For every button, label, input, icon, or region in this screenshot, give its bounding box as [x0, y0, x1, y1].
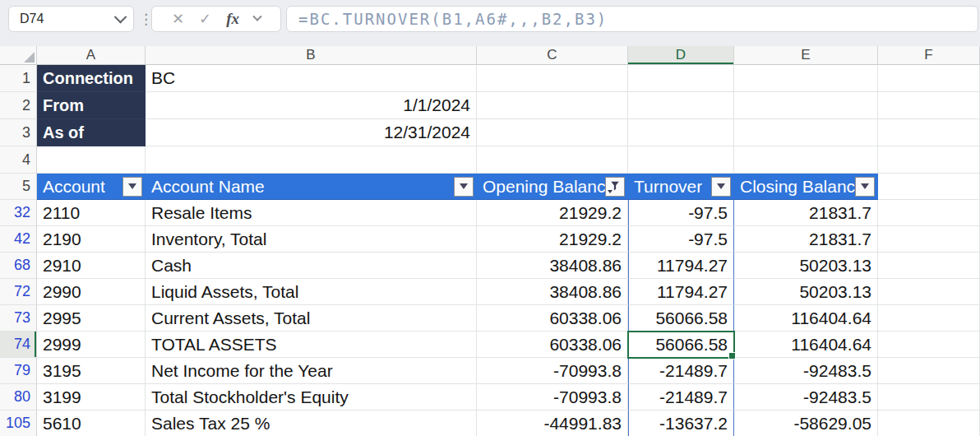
cell-E1[interactable] [734, 65, 878, 92]
cell-E105[interactable]: -58629.05 [734, 410, 878, 436]
filter-button-closing-balance[interactable] [855, 177, 875, 197]
cell-C3[interactable] [477, 119, 628, 146]
row-header-32[interactable]: 32 [0, 200, 37, 226]
table-header-account-name[interactable]: Account Name [146, 174, 477, 200]
cell-F1[interactable] [878, 65, 980, 92]
row-header-4[interactable]: 4 [0, 146, 37, 174]
cell-A68[interactable]: 2910 [37, 253, 146, 279]
cell-A3[interactable]: As of [37, 119, 146, 146]
row-header-2[interactable]: 2 [0, 92, 37, 119]
cell-F32[interactable] [878, 200, 980, 226]
cell-D32[interactable]: -97.5 [628, 200, 734, 226]
row-header-74[interactable]: 74 [0, 332, 37, 358]
cell-E74[interactable]: 116404.64 [734, 332, 878, 358]
cell-A80[interactable]: 3199 [37, 384, 146, 410]
cell-B79[interactable]: Net Income for the Year [146, 358, 477, 384]
cell-E68[interactable]: 50203.13 [734, 253, 878, 279]
cell-A1[interactable]: Connection [37, 65, 146, 92]
cell-E73[interactable]: 116404.64 [734, 305, 878, 332]
cell-D80[interactable]: -21489.7 [628, 384, 734, 410]
cell-F105[interactable] [878, 410, 980, 436]
cell-A73[interactable]: 2995 [37, 305, 146, 332]
cell-D105[interactable]: -13637.2 [628, 410, 734, 436]
formula-input[interactable]: =BC.TURNOVER(B1,A6#,,,B2,B3) [286, 6, 978, 32]
column-header-B[interactable]: B [146, 46, 477, 65]
column-header-D[interactable]: D [628, 46, 734, 65]
cell-E3[interactable] [734, 119, 878, 146]
cell-E32[interactable]: 21831.7 [734, 200, 878, 226]
cell-A72[interactable]: 2990 [37, 279, 146, 305]
fill-handle[interactable] [728, 352, 736, 359]
row-header-68[interactable]: 68 [0, 253, 37, 279]
cell-E4[interactable] [734, 146, 878, 174]
cell-B4[interactable] [146, 146, 477, 174]
cell-B80[interactable]: Total Stockholder's Equity [146, 384, 477, 410]
cell-F72[interactable] [878, 279, 980, 305]
chevron-down-icon[interactable] [114, 10, 127, 23]
cell-E42[interactable]: 21831.7 [734, 226, 878, 253]
select-all-corner[interactable] [0, 46, 37, 65]
row-header-105[interactable]: 105 [0, 410, 37, 436]
cell-B74[interactable]: TOTAL ASSETS [146, 332, 477, 358]
cancel-icon[interactable]: ✕ [172, 12, 184, 26]
cell-F80[interactable] [878, 384, 980, 410]
filter-button-account-name[interactable] [454, 177, 474, 197]
cell-B73[interactable]: Current Assets, Total [146, 305, 477, 332]
table-header-turnover[interactable]: Turnover [628, 174, 734, 200]
cell-F73[interactable] [878, 305, 980, 332]
cell-D2[interactable] [628, 92, 734, 119]
filter-button-account[interactable] [122, 177, 142, 197]
insert-function-icon[interactable]: fx [226, 10, 239, 28]
cell-E2[interactable] [734, 92, 878, 119]
cell-F42[interactable] [878, 226, 980, 253]
filter-button-turnover[interactable] [711, 177, 731, 197]
column-header-A[interactable]: A [37, 46, 146, 65]
cell-D42[interactable]: -97.5 [628, 226, 734, 253]
cell-D79[interactable]: -21489.7 [628, 358, 734, 384]
row-header-72[interactable]: 72 [0, 279, 37, 305]
cell-C68[interactable]: 38408.86 [477, 253, 628, 279]
cell-C1[interactable] [477, 65, 628, 92]
cell-E80[interactable]: -92483.5 [734, 384, 878, 410]
cell-F2[interactable] [878, 92, 980, 119]
row-header-3[interactable]: 3 [0, 119, 37, 146]
row-header-5[interactable]: 5 [0, 174, 37, 200]
row-header-79[interactable]: 79 [0, 358, 37, 384]
cell-D73[interactable]: 56066.58 [628, 305, 734, 332]
cell-E79[interactable]: -92483.5 [734, 358, 878, 384]
row-header-80[interactable]: 80 [0, 384, 37, 410]
cell-E72[interactable]: 50203.13 [734, 279, 878, 305]
cell-D4[interactable] [628, 146, 734, 174]
cell-A32[interactable]: 2110 [37, 200, 146, 226]
cell-C73[interactable]: 60338.06 [477, 305, 628, 332]
cell-C42[interactable]: 21929.2 [477, 226, 628, 253]
cell-A79[interactable]: 3195 [37, 358, 146, 384]
cell-F4[interactable] [878, 146, 980, 174]
row-header-73[interactable]: 73 [0, 305, 37, 332]
cell-C2[interactable] [477, 92, 628, 119]
fx-chevron-down-icon[interactable] [252, 12, 261, 21]
column-header-C[interactable]: C [477, 46, 628, 65]
cell-F79[interactable] [878, 358, 980, 384]
cell-F74[interactable] [878, 332, 980, 358]
cell-F68[interactable] [878, 253, 980, 279]
cell-A4[interactable] [37, 146, 146, 174]
cell-B32[interactable]: Resale Items [146, 200, 477, 226]
cell-C105[interactable]: -44991.83 [477, 410, 628, 436]
cell-C32[interactable]: 21929.2 [477, 200, 628, 226]
table-header-account[interactable]: Account [37, 174, 146, 200]
cell-B42[interactable]: Inventory, Total [146, 226, 477, 253]
table-header-opening-balance[interactable]: Opening Balance [477, 174, 628, 200]
row-header-42[interactable]: 42 [0, 226, 37, 253]
cell-A2[interactable]: From [37, 92, 146, 119]
cell-B105[interactable]: Sales Tax 25 % [146, 410, 477, 436]
table-header-closing-balance[interactable]: Closing Balance [734, 174, 878, 200]
cell-C72[interactable]: 38408.86 [477, 279, 628, 305]
cell-C80[interactable]: -70993.8 [477, 384, 628, 410]
cell-F3[interactable] [878, 119, 980, 146]
column-header-E[interactable]: E [734, 46, 878, 65]
row-header-1[interactable]: 1 [0, 65, 37, 92]
column-header-F[interactable]: F [878, 46, 980, 65]
cell-F5[interactable] [878, 174, 980, 200]
cell-B2[interactable]: 1/1/2024 [146, 92, 477, 119]
